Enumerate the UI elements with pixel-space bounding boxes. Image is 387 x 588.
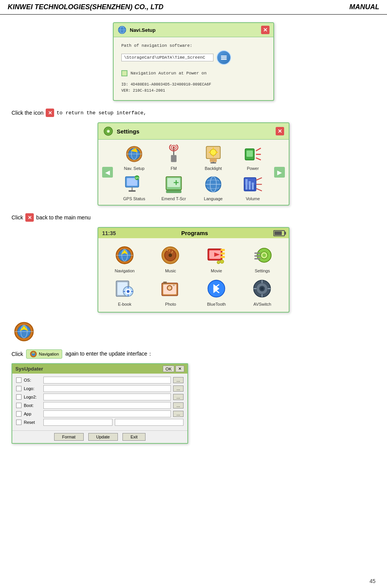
svg-rect-28 [246, 150, 253, 156]
settings-close-button[interactable]: ✕ [276, 127, 284, 135]
settings-item-language[interactable]: Language [195, 174, 232, 201]
programs-title: Programs [181, 230, 208, 236]
sysupdate-format-btn[interactable]: Format [54, 433, 84, 441]
sysupdate-label-reset: Reset [24, 420, 41, 425]
settings-item-power[interactable]: Power [235, 143, 271, 171]
photo-icon-box [158, 277, 183, 300]
bluetooth-icon [205, 278, 228, 299]
navi-path-input[interactable] [121, 54, 213, 61]
settings-prev-arrow[interactable]: ◀ [102, 167, 113, 178]
emend-icon-box [162, 174, 185, 195]
navi-autorun-checkbox[interactable] [121, 70, 127, 76]
sysupdate-checkbox-logo[interactable] [16, 386, 22, 391]
programs-item-photo[interactable]: Photo [150, 277, 192, 306]
navi-close-button[interactable]: ✕ [261, 26, 270, 34]
ebook-icon-box [112, 277, 137, 300]
svg-point-70 [220, 260, 223, 263]
instruction-1-icon: ✕ [46, 109, 54, 117]
navi-setup-dialog: Navi.Setup ✕ Path of navigation software… [113, 22, 274, 101]
sysupdate-input-reset[interactable] [43, 419, 112, 426]
programs-item-ebook[interactable]: E-book [104, 277, 146, 306]
sysupdate-dialog: SysUpdater OK ✕ OS: ... Logo: [12, 363, 188, 444]
settings-item-nav-setup[interactable]: Nav. Setup [116, 143, 152, 171]
settings-item-fm-label: FM [171, 166, 177, 171]
sysupdate-exit-btn[interactable]: Exit [122, 433, 146, 441]
svg-rect-91 [163, 282, 167, 284]
sysupdate-row-boot: Boot: ... [16, 402, 184, 409]
language-icon [203, 175, 224, 194]
svg-point-90 [168, 286, 171, 290]
navi-path-row [121, 50, 266, 65]
svg-rect-48 [245, 179, 247, 189]
instruction-2-post: back to the main menu [36, 214, 91, 221]
nav-chip: Navigation [26, 349, 62, 359]
backlight-icon [203, 145, 224, 164]
svg-rect-69 [220, 256, 225, 258]
settings-item-emend[interactable]: Emend T-Scr [155, 174, 192, 201]
sysupdate-input-os[interactable] [43, 377, 171, 384]
settings-next-arrow[interactable]: ▶ [274, 167, 285, 178]
sysupdate-input-app[interactable] [43, 410, 171, 417]
svg-point-97 [261, 287, 263, 290]
svg-point-19 [210, 149, 216, 155]
programs-dialog: 11:35 Programs [98, 227, 289, 313]
power-icon-box [241, 143, 265, 165]
page-header: KINWEI TECHNOLOGIES(SHENZHEN) CO., LTD M… [0, 0, 387, 15]
sysupdate-label-app: App [24, 412, 41, 416]
programs-item-music[interactable]: ♫ ♪ Music [150, 244, 192, 273]
sysupdate-checkbox-boot[interactable] [16, 403, 22, 408]
company-name: KINWEI TECHNOLOGIES(SHENZHEN) CO., LTD [8, 3, 164, 11]
sysupdate-header-btns: OK ✕ [163, 366, 184, 372]
programs-item-settings[interactable]: Settings [241, 244, 284, 273]
navi-dialog-title: Navi.Setup [130, 27, 155, 33]
sysupdate-input-boot[interactable] [43, 402, 171, 409]
gps-icon-box: GPS [123, 174, 146, 195]
settings-header: ✱ Settings ✕ [98, 123, 289, 140]
programs-item-photo-label: Photo [165, 302, 176, 306]
sysupdate-footer: Format Update Exit [12, 430, 187, 443]
sysupdate-close-btn[interactable]: ✕ [175, 366, 184, 372]
sysupdate-update-btn[interactable]: Update [88, 433, 118, 441]
sysupdate-input-reset2[interactable] [115, 419, 184, 426]
nav-chip-icon [30, 351, 37, 357]
language-icon-box [202, 174, 225, 195]
fm-icon-box [162, 143, 185, 165]
svg-text:✱: ✱ [107, 129, 110, 133]
sysupdate-browse-logo2[interactable]: ... [173, 394, 184, 400]
navi-id: ID: 4D480E01-A00034D5-32400910-009ECA6F [121, 82, 266, 88]
navi-globe-icon [117, 25, 127, 35]
programs-item-avswitch[interactable]: AVSwitch [241, 277, 284, 306]
sysupdate-browse-os[interactable]: ... [173, 377, 184, 383]
sysupdate-checkbox-reset[interactable] [16, 420, 22, 425]
svg-line-53 [256, 188, 262, 191]
settings-item-volume[interactable]: Volume [235, 174, 271, 201]
page-number: 45 [369, 578, 375, 584]
sysupdate-browse-boot[interactable]: ... [173, 402, 184, 408]
volume-icon [242, 175, 263, 194]
sysupdate-browse-logo[interactable]: ... [173, 385, 184, 392]
sysupdate-browse-app[interactable]: ... [173, 411, 184, 417]
sysupdate-input-logo2[interactable] [43, 394, 171, 400]
gps-icon: GPS [124, 175, 145, 194]
sysupdate-input-logo[interactable] [43, 385, 171, 392]
settings-item-backlight[interactable]: Backlight [195, 143, 232, 171]
programs-item-bluetooth-label: BlueTooth [207, 302, 226, 306]
settings-item-language-label: Language [204, 196, 223, 201]
programs-item-bluetooth[interactable]: BlueTooth [195, 277, 238, 306]
sysupdate-checkbox-logo2[interactable] [16, 394, 22, 400]
navi-title-area: Navi.Setup [117, 25, 155, 35]
nav-setup-icon-box [123, 143, 146, 165]
sysupdate-checkbox-os[interactable] [16, 377, 22, 383]
settings-item-gps[interactable]: GPS GPS Status [116, 174, 152, 201]
programs-item-navigation[interactable]: Navigation [104, 244, 146, 273]
sysupdate-ok-btn[interactable]: OK [163, 366, 174, 372]
settings-prog-icon-box [250, 244, 275, 267]
settings-item-gps-label: GPS Status [123, 196, 145, 201]
programs-item-movie[interactable]: Movie [195, 244, 238, 273]
sysupdate-row-os: OS: ... [16, 377, 184, 384]
svg-rect-3 [221, 56, 227, 57]
settings-item-fm[interactable]: FM [155, 143, 192, 171]
svg-rect-50 [252, 183, 254, 189]
sysupdate-checkbox-app[interactable] [16, 411, 22, 417]
svg-text:♫: ♫ [166, 245, 171, 252]
